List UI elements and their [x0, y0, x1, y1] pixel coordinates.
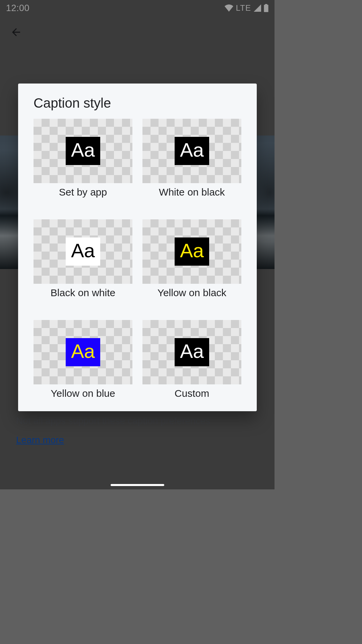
option-label: Custom — [175, 388, 209, 399]
caption-sample-box: Aa — [66, 137, 100, 165]
caption-style-option-set-by-app[interactable]: AaSet by app — [34, 119, 132, 198]
option-label: Yellow on black — [158, 287, 227, 299]
option-label: Yellow on blue — [51, 388, 115, 399]
style-preview: Aa — [142, 219, 241, 284]
dialog-title: Caption style — [34, 96, 241, 111]
caption-style-option-custom[interactable]: AaCustom — [142, 320, 241, 399]
caption-sample-box: Aa — [175, 137, 209, 165]
gesture-nav-handle[interactable] — [111, 484, 164, 486]
style-preview: Aa — [34, 219, 132, 284]
caption-style-option-white-on-black[interactable]: AaWhite on black — [142, 119, 241, 198]
caption-sample-text: Aa — [178, 139, 206, 162]
style-preview: Aa — [34, 119, 132, 183]
caption-sample-box: Aa — [66, 338, 100, 366]
caption-style-option-yellow-on-blue[interactable]: AaYellow on blue — [34, 320, 132, 399]
option-label: White on black — [159, 186, 225, 198]
caption-sample-text: Aa — [178, 340, 206, 363]
caption-sample-text: Aa — [69, 139, 97, 162]
caption-sample-box: Aa — [175, 237, 209, 266]
caption-sample-text: Aa — [69, 239, 97, 262]
option-label: Black on white — [51, 287, 115, 299]
caption-style-option-yellow-on-black[interactable]: AaYellow on black — [142, 219, 241, 299]
option-label: Set by app — [59, 186, 107, 198]
caption-style-dialog: Caption style AaSet by appAaWhite on bla… — [18, 84, 257, 411]
caption-sample-text: Aa — [69, 340, 97, 363]
caption-sample-box: Aa — [66, 237, 100, 266]
caption-sample-box: Aa — [175, 338, 209, 366]
style-preview: Aa — [34, 320, 132, 384]
caption-style-option-black-on-white[interactable]: AaBlack on white — [34, 219, 132, 299]
style-preview: Aa — [142, 320, 241, 384]
style-preview: Aa — [142, 119, 241, 183]
caption-sample-text: Aa — [178, 239, 206, 262]
